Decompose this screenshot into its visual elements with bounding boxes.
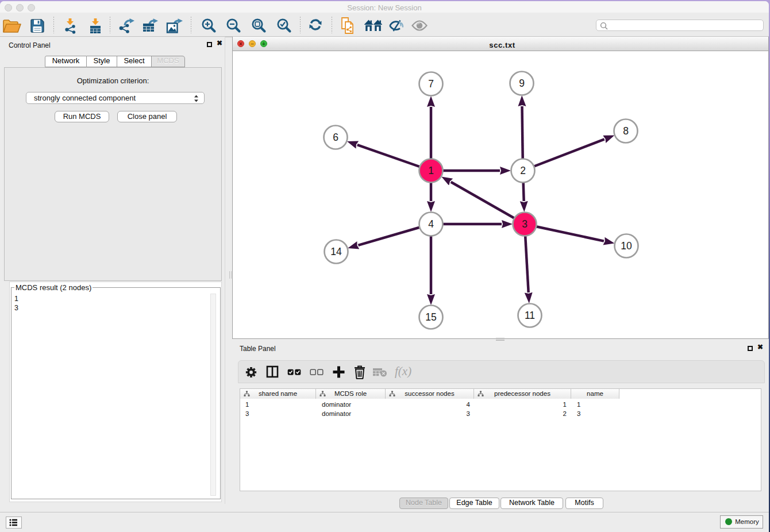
svg-text:10: 10: [621, 240, 632, 252]
svg-text:1: 1: [428, 165, 434, 176]
svg-text:7: 7: [428, 78, 434, 90]
svg-text:15: 15: [425, 311, 436, 323]
svg-text:4: 4: [428, 218, 434, 230]
svg-text:2: 2: [520, 165, 526, 176]
svg-text:14: 14: [330, 246, 342, 257]
svg-text:11: 11: [525, 310, 535, 321]
svg-text:9: 9: [519, 78, 525, 89]
svg-text:8: 8: [623, 125, 629, 137]
svg-text:3: 3: [522, 218, 528, 230]
svg-text:6: 6: [333, 132, 338, 143]
